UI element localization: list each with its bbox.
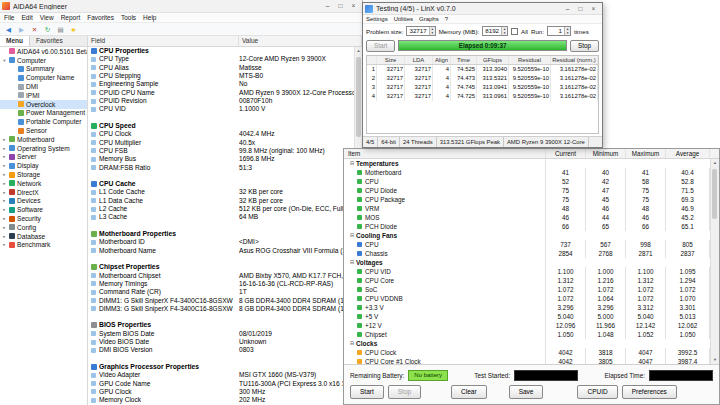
field-row[interactable]: DIMM1: G Skill SniperX F4-3400C16-8GSXW8… (88, 296, 354, 304)
all-checkbox[interactable] (511, 28, 518, 35)
sensor-scrollbar[interactable]: ▲ ▼ (710, 159, 719, 364)
menu-edit[interactable]: Edit (21, 14, 32, 21)
field-row[interactable]: L1 Data Cache32 KB per core (88, 197, 354, 205)
problem-size-input[interactable]: 32717 ▲▼ (406, 26, 435, 36)
maximize-icon[interactable]: □ (574, 3, 587, 15)
linx-menu-[interactable]: ? (445, 16, 448, 22)
field-row[interactable]: CPUID Revision00870F10h (88, 97, 354, 105)
close-icon[interactable]: × (347, 0, 360, 12)
favorites-icon[interactable]: ★ (69, 25, 78, 34)
menu-favorites[interactable]: Favorites (87, 14, 114, 21)
linx-titlebar[interactable]: Testing (4/5) - LinX v0.7.0 – □ × (363, 3, 602, 15)
field-row[interactable]: Memory Bus1696.8 MHz (88, 155, 354, 163)
field-row[interactable]: CPU Multiplier40.5x (88, 138, 354, 146)
save-button[interactable]: Save (509, 385, 544, 399)
menu-tools[interactable]: Tools (121, 14, 136, 21)
tree-item-database[interactable]: ▸Database (0, 232, 87, 241)
menu-view[interactable]: View (40, 14, 54, 21)
menu-report[interactable]: Report (61, 14, 81, 21)
tree-item-display[interactable]: ▸Display (0, 161, 87, 170)
field-row[interactable]: DRAM:FSB Ratio51:3 (88, 163, 354, 171)
field-row[interactable]: Motherboard NameAsus ROG Crosshair VIII … (88, 247, 354, 255)
sensor-group-temperatures[interactable]: ⊟Temperatures (344, 159, 710, 168)
field-row[interactable]: Motherboard ChipsetAMD Bixby X570, AMD K… (88, 271, 354, 279)
linx-menu-graphs[interactable]: Graphs (419, 16, 439, 22)
field-row[interactable]: L2 Cache512 KB per core (On-Die, ECC, Fu… (88, 205, 354, 213)
field-row[interactable]: DMI BIOS Version0803 (88, 346, 354, 354)
tree-item-storage[interactable]: ▸Storage (0, 170, 87, 179)
field-row[interactable]: CPU FSB99.8 MHz (original: 100 MHz) (88, 147, 354, 155)
scroll-down-icon[interactable]: ▼ (711, 356, 719, 364)
field-row[interactable]: GPU Code NameTU116-300A (PCI Express 3.0… (88, 380, 354, 388)
tree-item-computer[interactable]: ▾Computer (0, 56, 87, 65)
field-column-header[interactable]: Field (88, 36, 239, 46)
spinner-arrows-icon[interactable]: ▲▼ (501, 27, 507, 35)
minimize-icon[interactable]: – (321, 0, 334, 12)
scroll-thumb[interactable] (356, 57, 361, 137)
tree-item-directx[interactable]: ▸DirectX (0, 188, 87, 197)
field-row[interactable]: CPU SteppingMTS-B0 (88, 72, 354, 80)
scroll-up-icon[interactable]: ▲ (711, 159, 719, 167)
tab-favorites[interactable]: Favorites (30, 36, 69, 46)
forward-icon[interactable]: ▶ (17, 25, 26, 34)
tree-item-server[interactable]: ▸Server (0, 153, 87, 162)
close-icon[interactable]: × (587, 3, 600, 15)
tree-item-overclock[interactable]: Overclock (0, 100, 87, 109)
field-row[interactable]: GPU Clock300 MHz (88, 388, 354, 396)
aida64-titlebar[interactable]: AIDA64 Engineer – □ × (0, 0, 362, 13)
menu-file[interactable]: File (4, 14, 14, 21)
field-row[interactable]: Memory Clock202 MHz (88, 396, 354, 404)
linx-stop-button[interactable]: Stop (570, 40, 599, 52)
tree-item-config[interactable]: ▸Config (0, 223, 87, 232)
stop-button[interactable]: Stop (388, 385, 421, 399)
linx-menu-utilities[interactable]: Utilities (394, 16, 413, 22)
linx-start-button[interactable]: Start (366, 40, 395, 52)
memory-input[interactable]: 8192 ▲▼ (482, 26, 508, 36)
tree-item-network[interactable]: ▸Network (0, 179, 87, 188)
field-row[interactable]: Command Rate (CR)1T (88, 288, 354, 296)
tree-item-summary[interactable]: Summary (0, 65, 87, 74)
field-row[interactable]: Video AdapterMSI GTX 1660 (MS-V379) (88, 371, 354, 379)
refresh-icon[interactable]: ↻ (43, 25, 52, 34)
sensor-group-voltages[interactable]: ⊟Voltages (344, 258, 710, 267)
field-row[interactable]: Video BIOS DateUnknown (88, 338, 354, 346)
field-row[interactable]: System BIOS Date08/01/2019 (88, 330, 354, 338)
tree-item-motherboard[interactable]: ▸Motherboard (0, 135, 87, 144)
field-row[interactable]: Engineering SampleNo (88, 80, 354, 88)
tree-item-dmi[interactable]: DMI (0, 82, 87, 91)
tree-item-devices[interactable]: ▸Devices (0, 197, 87, 206)
field-row[interactable]: CPU VID1.1000 V (88, 105, 354, 113)
tree-item-portable-computer[interactable]: Portable Computer (0, 117, 87, 126)
spinner-arrows-icon[interactable]: ▲▼ (564, 27, 570, 35)
tree-item-power-management[interactable]: Power Management (0, 109, 87, 118)
sensor-group-cooling-fans[interactable]: ⊟Cooling Fans (344, 231, 710, 240)
tree-item-benchmark[interactable]: ▸Benchmark (0, 241, 87, 250)
stop-icon[interactable]: ✕ (30, 25, 39, 34)
field-row[interactable]: Motherboard ID<DMI> (88, 238, 354, 246)
tree-item-ipmi[interactable]: IPMI (0, 91, 87, 100)
preferences-button[interactable]: Preferences (622, 385, 677, 399)
tree-item-operating-system[interactable]: ▸Operating System (0, 144, 87, 153)
run-input[interactable]: 1 ▲▼ (547, 26, 571, 36)
spinner-arrows-icon[interactable]: ▲▼ (429, 27, 435, 35)
linx-menu-settings[interactable]: Settings (366, 16, 388, 22)
tree-item-sensor[interactable]: Sensor (0, 126, 87, 135)
clear-button[interactable]: Clear (451, 385, 487, 399)
scroll-thumb[interactable] (712, 169, 717, 219)
tree-item-software[interactable]: ▸Software (0, 205, 87, 214)
cpuid-button[interactable]: CPUID (577, 385, 617, 399)
field-row[interactable]: Memory Timings16-16-16-36 (CL-RCD-RP-RAS… (88, 280, 354, 288)
scroll-track[interactable] (711, 167, 719, 356)
field-row[interactable]: CPU Type12-Core AMD Ryzen 9 3900X (88, 55, 354, 63)
report-icon[interactable]: ▤ (56, 25, 65, 34)
field-row[interactable]: L1 Code Cache32 KB per core (88, 188, 354, 196)
field-row[interactable]: CPUID CPU NameAMD Ryzen 9 3900X 12-Core … (88, 89, 354, 97)
tab-menu[interactable]: Menu (0, 36, 30, 46)
minimize-icon[interactable]: – (561, 3, 574, 15)
menu-help[interactable]: Help (143, 14, 156, 21)
sensor-group-clocks[interactable]: ⊟Clocks (344, 339, 710, 348)
field-row[interactable]: CPU AliasMatisse (88, 64, 354, 72)
tree-item-security[interactable]: ▸Security (0, 214, 87, 223)
field-row[interactable]: CPU Clock4042.4 MHz (88, 130, 354, 138)
back-icon[interactable]: ◀ (4, 25, 13, 34)
